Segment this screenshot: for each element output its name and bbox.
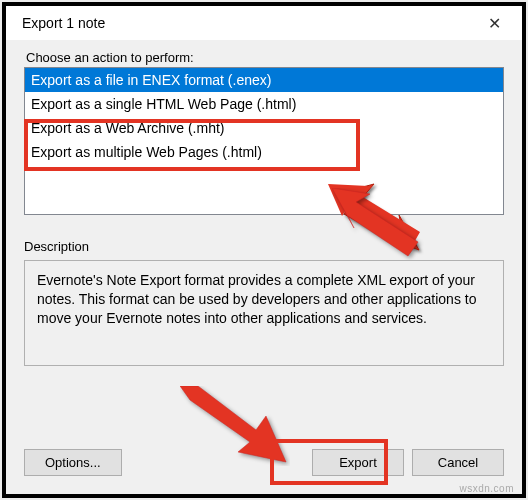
button-group-right: Export Cancel (312, 449, 504, 476)
dialog-window: Export 1 note ✕ Choose an action to perf… (2, 2, 526, 498)
list-item-single-html[interactable]: Export as a single HTML Web Page (.html) (25, 92, 503, 116)
list-item-web-archive[interactable]: Export as a Web Archive (.mht) (25, 116, 503, 140)
action-listbox[interactable]: Export as a file in ENEX format (.enex) … (24, 67, 504, 215)
titlebar: Export 1 note ✕ (6, 6, 522, 40)
close-button[interactable]: ✕ (474, 8, 514, 38)
close-icon: ✕ (488, 14, 501, 33)
export-button[interactable]: Export (312, 449, 404, 476)
description-label: Description (24, 239, 504, 254)
dialog-content: Choose an action to perform: Export as a… (6, 40, 522, 494)
list-item-multiple-html[interactable]: Export as multiple Web Pages (.html) (25, 140, 503, 164)
list-item-enex[interactable]: Export as a file in ENEX format (.enex) (25, 68, 503, 92)
button-row: Options... Export Cancel (24, 449, 504, 476)
cancel-button[interactable]: Cancel (412, 449, 504, 476)
description-text: Evernote's Note Export format provides a… (24, 260, 504, 366)
options-button[interactable]: Options... (24, 449, 122, 476)
choose-action-label: Choose an action to perform: (24, 50, 504, 65)
watermark: wsxdn.com (459, 483, 514, 494)
window-title: Export 1 note (22, 15, 105, 31)
